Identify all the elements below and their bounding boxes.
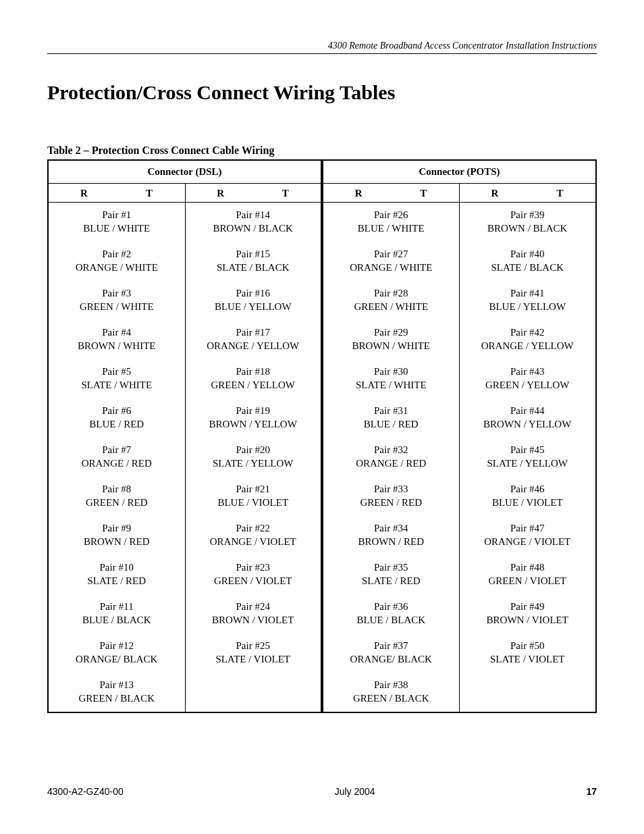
pair-color: GREEN / YELLOW	[186, 379, 321, 392]
pair-number: Pair #7	[49, 444, 185, 457]
table-cell: Pair #8GREEN / RED	[48, 477, 185, 516]
table-cell: Pair #41BLUE / YELLOW	[459, 281, 596, 320]
pair-number: Pair #35	[323, 561, 459, 575]
table-row: Pair #3GREEN / WHITEPair #16BLUE / YELLO…	[48, 281, 596, 320]
pair-color: GREEN / BLACK	[323, 692, 459, 706]
th-rt-1: RT	[48, 184, 185, 203]
table-cell: Pair #6BLUE / RED	[48, 398, 185, 438]
pair-color: BROWN / WHITE	[49, 340, 185, 353]
pair-color: GREEN / WHITE	[49, 301, 185, 314]
pair-number: Pair #34	[323, 522, 459, 536]
pair-color: ORANGE/ BLACK	[49, 653, 185, 667]
table-cell: Pair #39BROWN / BLACK	[459, 203, 596, 242]
pair-number: Pair #18	[186, 365, 321, 379]
footer-left: 4300-A2-GZ40-00	[47, 786, 124, 797]
pair-color: SLATE / BLACK	[186, 261, 321, 275]
table-row: Pair #5SLATE / WHITEPair #18GREEN / YELL…	[48, 359, 596, 398]
pair-number: Pair #20	[186, 444, 321, 457]
pair-number: Pair #2	[49, 248, 185, 261]
pair-number: Pair #3	[49, 287, 185, 301]
table-cell: Pair #5SLATE / WHITE	[48, 359, 185, 398]
pair-number: Pair #33	[323, 483, 459, 496]
pair-number: Pair #50	[460, 640, 596, 653]
pair-color: SLATE / BLACK	[460, 261, 596, 275]
pair-color: ORANGE / RED	[49, 457, 185, 471]
pair-number: Pair #24	[186, 600, 321, 614]
pair-color: SLATE / RED	[49, 575, 185, 588]
pair-number: Pair #5	[49, 365, 185, 379]
pair-color: ORANGE / RED	[323, 457, 459, 471]
pair-color: SLATE / WHITE	[323, 379, 459, 392]
pair-number: Pair #4	[49, 326, 185, 340]
pair-number: Pair #19	[186, 405, 321, 418]
table-cell: Pair #28GREEN / WHITE	[322, 281, 459, 320]
table-caption: Table 2 – Protection Cross Connect Cable…	[47, 145, 597, 157]
table-cell: Pair #15SLATE / BLACK	[185, 242, 322, 281]
table-row: Pair #4BROWN / WHITEPair #17ORANGE / YEL…	[48, 320, 596, 359]
table-cell: Pair #10SLATE / RED	[48, 555, 185, 594]
table-cell: Pair #43GREEN / YELLOW	[459, 359, 596, 398]
pair-color: SLATE / YELLOW	[186, 457, 321, 471]
table-cell: Pair #30SLATE / WHITE	[322, 359, 459, 398]
pair-number: Pair #8	[49, 483, 185, 496]
footer-center: July 2004	[335, 786, 375, 797]
pair-color: ORANGE / VIOLET	[460, 536, 596, 549]
table-row: Pair #2ORANGE / WHITEPair #15SLATE / BLA…	[48, 242, 596, 281]
caption-lead: Table 2	[47, 145, 81, 156]
pair-color: GREEN / YELLOW	[460, 379, 596, 392]
table-row: Pair #1BLUE / WHITEPair #14BROWN / BLACK…	[48, 203, 596, 242]
table-row: Pair #6BLUE / REDPair #19BROWN / YELLOWP…	[48, 398, 596, 438]
table-cell: Pair #38GREEN / BLACK	[322, 673, 459, 712]
pair-number: Pair #30	[323, 365, 459, 379]
pair-color: BLUE / VIOLET	[460, 496, 596, 510]
pair-color: BROWN / RED	[49, 536, 185, 549]
th-rt-4: RT	[459, 184, 596, 203]
table-cell: Pair #35SLATE / RED	[322, 555, 459, 594]
table-row: Pair #9BROWN / REDPair #22ORANGE / VIOLE…	[48, 516, 596, 555]
table-cell: Pair #45SLATE / YELLOW	[459, 438, 596, 477]
table-cell: Pair #44BROWN / YELLOW	[459, 398, 596, 438]
pair-color: BLUE / BLACK	[49, 614, 185, 627]
pair-color: BLUE / RED	[323, 418, 459, 432]
running-head: 4300 Remote Broadband Access Concentrato…	[47, 41, 597, 54]
pair-color: BROWN / BLACK	[186, 222, 321, 236]
pair-number: Pair #37	[323, 640, 459, 653]
table-cell: Pair #11BLUE / BLACK	[48, 594, 185, 633]
table-cell: Pair #9BROWN / RED	[48, 516, 185, 555]
pair-number: Pair #44	[460, 405, 596, 418]
table-cell: Pair #36BLUE / BLACK	[322, 594, 459, 633]
pair-color: ORANGE / WHITE	[323, 261, 459, 275]
pair-color: BLUE / YELLOW	[460, 301, 596, 314]
table-row: Pair #8GREEN / REDPair #21BLUE / VIOLETP…	[48, 477, 596, 516]
pair-color: GREEN / VIOLET	[460, 575, 596, 588]
table-cell: Pair #49BROWN / VIOLET	[459, 594, 596, 633]
caption-rest: Protection Cross Connect Cable Wiring	[92, 145, 275, 156]
pair-color: GREEN / VIOLET	[186, 575, 321, 588]
pair-color: BROWN / VIOLET	[460, 614, 596, 627]
pair-number: Pair #45	[460, 444, 596, 457]
pair-color: BROWN / YELLOW	[460, 418, 596, 432]
table-cell: Pair #26BLUE / WHITE	[322, 203, 459, 242]
pair-number: Pair #17	[186, 326, 321, 340]
table-cell: Pair #3GREEN / WHITE	[48, 281, 185, 320]
table-row: Pair #7ORANGE / REDPair #20SLATE / YELLO…	[48, 438, 596, 477]
pair-number: Pair #31	[323, 405, 459, 418]
pair-color: GREEN / BLACK	[49, 692, 185, 706]
table-cell: Pair #7ORANGE / RED	[48, 438, 185, 477]
pair-number: Pair #48	[460, 561, 596, 575]
pair-color: GREEN / RED	[49, 496, 185, 510]
pair-number: Pair #29	[323, 326, 459, 340]
table-cell	[185, 673, 322, 712]
table-cell: Pair #2ORANGE / WHITE	[48, 242, 185, 281]
pair-number: Pair #46	[460, 483, 596, 496]
pair-color: BLUE / VIOLET	[186, 496, 321, 510]
table-row: Pair #11BLUE / BLACKPair #24BROWN / VIOL…	[48, 594, 596, 633]
pair-color: BLUE / RED	[49, 418, 185, 432]
table-cell: Pair #33GREEN / RED	[322, 477, 459, 516]
table-cell: Pair #18GREEN / YELLOW	[185, 359, 322, 398]
pair-number: Pair #39	[460, 209, 596, 222]
table-cell: Pair #46BLUE / VIOLET	[459, 477, 596, 516]
table-cell: Pair #14BROWN / BLACK	[185, 203, 322, 242]
table-cell	[459, 673, 596, 712]
pair-number: Pair #13	[49, 679, 185, 692]
